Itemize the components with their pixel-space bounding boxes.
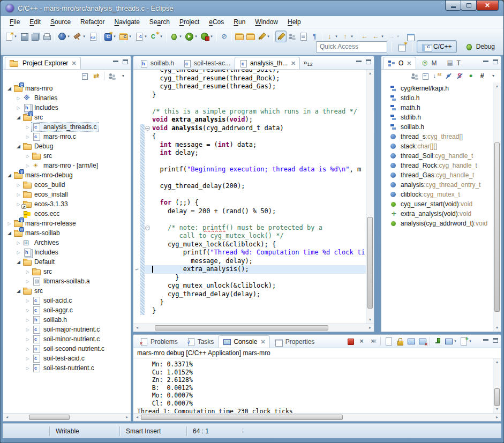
- new-button[interactable]: ▾: [3, 31, 19, 42]
- code-line[interactable]: void extra_analysis(void);: [133, 116, 366, 124]
- code-line[interactable]: {: [133, 132, 366, 141]
- collapse-all-button[interactable]: [420, 71, 431, 81]
- code-line[interactable]: printf("Thread %d: Computation time %d c…: [133, 249, 366, 257]
- outline-item-extra-analysis-void[interactable]: extra_analysis(void) : void: [381, 209, 493, 219]
- tab-make-target[interactable]: ◎M: [416, 57, 441, 69]
- display-selected-console-button[interactable]: ▾: [443, 336, 458, 347]
- tree-item-includes[interactable]: ▷Includes: [3, 103, 131, 112]
- code-line[interactable]: }: [133, 91, 366, 100]
- tree-item-mars-mro-c[interactable]: ▷mars-mro.c: [3, 132, 131, 141]
- expand-twisty-icon[interactable]: ▷: [24, 318, 32, 322]
- tree-item-soil-aggr-c[interactable]: ▷soil-aggr.c: [3, 305, 131, 315]
- code-line[interactable]: cyg_thread_resume(thread_Soil);: [133, 70, 366, 74]
- code-line[interactable]: cyg_thread_resume(thread_Rock);: [133, 74, 366, 83]
- view-menu-button[interactable]: ▾: [488, 71, 499, 81]
- tree-item-src[interactable]: ◢csrc: [3, 112, 131, 122]
- tree-item-mars-mro-debug[interactable]: ◢emars-mro-debug: [3, 170, 131, 180]
- close-icon[interactable]: ✕: [405, 60, 411, 67]
- scrollbar-thumb[interactable]: [141, 415, 343, 420]
- collapse-twisty-icon[interactable]: ◢: [5, 86, 13, 91]
- collapse-twisty-icon[interactable]: ◢: [14, 144, 22, 149]
- remove-launch-button[interactable]: ×: [356, 336, 367, 347]
- perspective-cpp-button[interactable]: C/C++: [417, 40, 457, 53]
- code-line[interactable]: cyg_thread_delay(200);: [133, 182, 366, 191]
- tree-item-ecos-install[interactable]: ▷ecos_install: [3, 190, 131, 199]
- tree-item-soil-minor-nutrient-c[interactable]: ▷soil-minor-nutrient.c: [3, 334, 131, 344]
- tab-problems[interactable]: Problems: [135, 335, 182, 348]
- tree-item-archives[interactable]: ▷Archives: [3, 238, 131, 247]
- scroll-up-icon[interactable]: ▴: [493, 358, 501, 366]
- code-line[interactable]: [133, 157, 366, 166]
- code-line[interactable]: − /* note: printf() must be protected by…: [133, 224, 366, 232]
- tree-item-soil-test-acid-c[interactable]: ▷soil-test-acid.c: [3, 354, 131, 363]
- quick-access-input[interactable]: [316, 41, 387, 52]
- expand-twisty-icon[interactable]: ▷: [14, 192, 22, 197]
- tree-item-src[interactable]: ▷src: [3, 267, 131, 276]
- run-button[interactable]: ▾: [184, 31, 199, 42]
- maximize-view-icon[interactable]: [493, 59, 498, 64]
- scroll-right-icon[interactable]: ▸: [493, 414, 501, 421]
- dropdown-arrow-icon[interactable]: ▾: [468, 339, 472, 343]
- perspective-debug-button[interactable]: Debug: [460, 40, 500, 53]
- scroll-left-icon[interactable]: ◂: [133, 414, 141, 421]
- collapse-twisty-icon[interactable]: ◢: [14, 259, 22, 265]
- scrollbar-thumb[interactable]: [155, 325, 328, 331]
- code-line[interactable]: for (;;) {: [133, 199, 366, 207]
- dropdown-arrow-icon[interactable]: ▾: [209, 34, 214, 39]
- editor-hscrollbar[interactable]: ◂ ▸: [133, 324, 374, 332]
- outline-item-thread-gas[interactable]: thread_Gas : cyg_handle_t: [381, 170, 493, 180]
- save-button[interactable]: [19, 31, 30, 42]
- collapse-all-button[interactable]: [80, 71, 91, 81]
- scroll-left-icon[interactable]: ◂: [133, 324, 141, 332]
- editor-vscrollbar[interactable]: ▴ ▾: [366, 70, 374, 324]
- outline-item-cliblock[interactable]: cliblock : cyg_mutex_t: [381, 190, 493, 199]
- open-resource-button[interactable]: [245, 31, 256, 42]
- collapse-twisty-icon[interactable]: ◢: [5, 172, 13, 178]
- outline-item-stdlib-h[interactable]: stdlib.h: [381, 112, 493, 122]
- tree-item-libmars-soillab-a[interactable]: ▷libmars-soillab.a: [3, 276, 131, 286]
- expand-twisty-icon[interactable]: ▷: [24, 337, 32, 342]
- tree-item-soil-test-nutrient-c[interactable]: ▷soil-test-nutrient.c: [3, 363, 131, 373]
- menu-source[interactable]: Source: [46, 17, 76, 27]
- tree-item-default[interactable]: ◢Default: [3, 257, 131, 267]
- code-line[interactable]: [133, 99, 366, 108]
- remove-all-launches-button[interactable]: ×: [367, 336, 378, 347]
- maximize-view-icon[interactable]: [493, 338, 498, 343]
- tree-item-src[interactable]: ▷src: [3, 151, 131, 161]
- code-line[interactable]: delay = 200 + (rand() % 50);: [133, 207, 366, 216]
- expand-twisty-icon[interactable]: ▷: [24, 298, 32, 303]
- tree-item-soil-second-nutrient-c[interactable]: ▷soil-second-nutrient.c: [3, 344, 131, 354]
- scroll-up-icon[interactable]: ▴: [366, 70, 374, 77]
- close-icon[interactable]: ✕: [259, 339, 265, 346]
- expand-twisty-icon[interactable]: ▷: [24, 347, 32, 351]
- outline-vscrollbar[interactable]: ▴ ▾: [493, 82, 501, 332]
- new-cpp-project-button[interactable]: ▾: [118, 31, 133, 42]
- dropdown-arrow-icon[interactable]: ▾: [82, 34, 86, 39]
- scrollbar-thumb[interactable]: [494, 388, 500, 406]
- tree-item-src[interactable]: ◢src: [3, 286, 131, 296]
- code-line[interactable]: }: [133, 298, 366, 307]
- new-class-button[interactable]: ▾: [149, 31, 164, 42]
- show-console-on-output-button[interactable]: [417, 336, 427, 347]
- titlebar[interactable]: C/C++ - mars-mro/src/analysis_threads.c …: [1, 1, 503, 16]
- open-console-button[interactable]: ▾: [458, 336, 473, 347]
- tree-item-ecos-3-1-33[interactable]: ▷↗ecos-3.1.33: [3, 199, 131, 209]
- hide-inactive-elements-button[interactable]: #: [477, 71, 487, 81]
- menu-edit[interactable]: Edit: [25, 17, 46, 27]
- code-line[interactable]: −void analysis(cyg_addrword_t data): [133, 124, 366, 133]
- outline-item-soillab-h[interactable]: soillab.h: [381, 122, 493, 132]
- terminate-button[interactable]: [345, 336, 356, 347]
- dropdown-arrow-icon[interactable]: ▾: [453, 339, 457, 343]
- outline-item-cyg-kernel-kapi-h[interactable]: cyg/kernel/kapi.h: [381, 84, 493, 93]
- scroll-down-icon[interactable]: ▾: [366, 316, 374, 324]
- menu-help[interactable]: Help: [283, 17, 306, 27]
- code-line[interactable]: int message = (int) data;: [133, 141, 366, 149]
- menu-refactor[interactable]: Refactor: [76, 17, 109, 27]
- console-vscrollbar[interactable]: ▴ ▾: [493, 358, 501, 413]
- code-line[interactable]: cyg_mutex_unlock(&cliblock);: [133, 282, 366, 290]
- expand-twisty-icon[interactable]: ▷: [24, 125, 32, 130]
- tree-item-soillab-h[interactable]: ▷soillab.h: [3, 315, 131, 325]
- expand-twisty-icon[interactable]: ▷: [14, 250, 22, 255]
- build-button[interactable]: ▾: [72, 31, 87, 42]
- outline-item-analysis[interactable]: analysis : cyg_thread_entry_t: [381, 180, 493, 190]
